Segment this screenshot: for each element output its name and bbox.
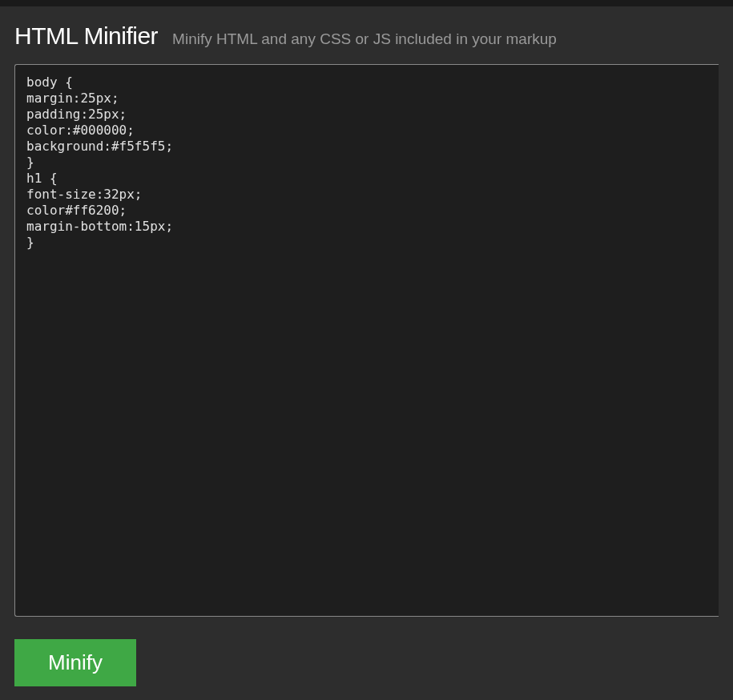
main-container: HTML Minifier Minify HTML and any CSS or… xyxy=(0,6,733,700)
page-title: HTML Minifier xyxy=(14,22,158,50)
top-bar xyxy=(0,0,733,6)
action-row: Minify xyxy=(14,639,719,686)
code-input[interactable] xyxy=(26,74,707,606)
page-subtitle: Minify HTML and any CSS or JS included i… xyxy=(172,30,557,48)
header: HTML Minifier Minify HTML and any CSS or… xyxy=(14,22,719,50)
editor-container xyxy=(14,64,719,617)
minify-button[interactable]: Minify xyxy=(14,639,136,686)
